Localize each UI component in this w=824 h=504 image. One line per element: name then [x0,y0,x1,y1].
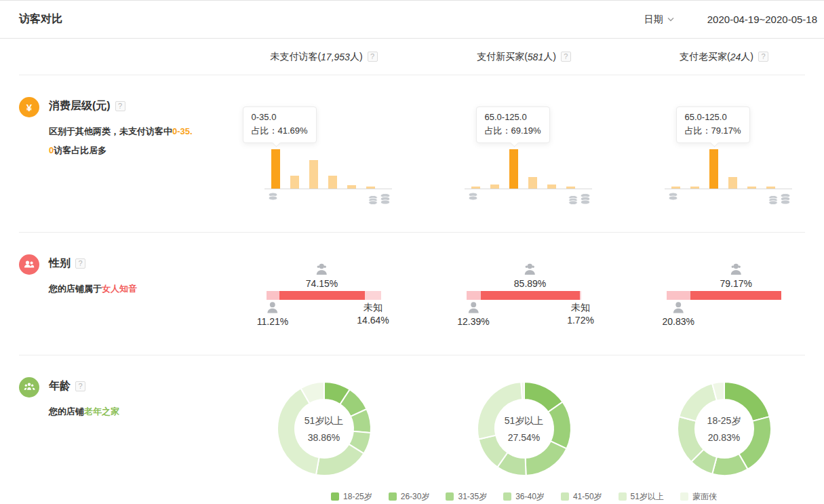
help-icon[interactable]: ? [561,52,571,62]
female-icon [728,262,744,277]
help-icon[interactable]: ? [75,381,85,391]
date-filter-label: 日期 [644,14,663,26]
chart-tooltip: 65.0-125.0 占比：69.19% [476,106,550,143]
yen-icon: ¥ [19,97,39,117]
help-icon[interactable]: ? [75,258,85,269]
gender-bar-female[interactable] [481,291,580,300]
male-stat: 12.39% [457,301,489,328]
unknown-percent: 14.64% [357,314,389,326]
bar-segment[interactable] [709,149,718,189]
gender-bar-unknown[interactable] [365,291,382,300]
column-header-unpaid: 未支付访客(17,953人) ? [224,39,424,75]
female-percent: 85.89% [514,277,546,290]
row-gender: 性别 ? 您的店铺属于女人知音 74.15% [0,233,824,355]
consumption-label-cell: ¥ 消费层级(元) ? 区别于其他两类，未支付访客中0-35.0访客占比居多 [0,75,224,232]
legend-item[interactable]: 36-40岁 [503,491,545,503]
age-highlight: 老年之家 [84,406,119,416]
legend-swatch [331,492,339,501]
legend-swatch [503,492,511,501]
legend-item[interactable]: 51岁以上 [619,491,664,503]
bar-segment[interactable] [309,160,318,189]
bar-segment[interactable] [290,176,299,189]
chevron-down-icon [667,17,675,22]
legend-item[interactable]: 41-50岁 [561,491,602,503]
gender-bar-female[interactable] [690,291,782,300]
legend-item[interactable]: 蒙面侠 [680,491,717,503]
unknown-stat: 未知 1.72% [567,301,594,326]
male-stat: 20.83% [662,301,694,328]
bar-segment[interactable] [728,177,737,189]
legend-item[interactable]: 18-25岁 [331,491,372,503]
bar-segment[interactable] [528,177,537,189]
female-stat: 79.17% [720,262,751,290]
bar-segment[interactable] [509,149,518,189]
gender-bar [667,291,782,300]
female-percent: 74.15% [306,277,338,290]
unknown-label: 未知 [364,301,382,313]
male-stat: 11.21% [257,301,288,328]
help-icon[interactable]: ? [368,52,378,62]
female-stat: 85.89% [514,262,546,290]
gender-bar [467,291,582,300]
unknown-percent: 1.72% [567,314,594,326]
legend-label: 18-25岁 [343,491,372,503]
legend-item[interactable]: 31-35岁 [446,491,487,503]
visitor-compare-page: 访客对比 日期 2020-04-19~2020-05-18 未支付访客(17,9… [0,0,824,504]
age-donut-unpaid: 51岁以上 38.86% [275,380,373,478]
male-icon [265,301,280,315]
legend-swatch [561,492,569,501]
gender-highlight: 女人知音 [102,284,137,294]
coin-low-icon [667,192,679,201]
bars [671,147,776,189]
bars [471,147,576,189]
date-range-value[interactable]: 2020-04-19~2020-05-18 [707,14,817,25]
consumption-chart-unpaid: 0-35.0 占比：41.69% [256,75,392,232]
unknown-label: 未知 [571,301,590,313]
male-icon [466,301,481,315]
legend-item[interactable]: 26-30岁 [389,491,430,503]
chart-tooltip: 0-35.0 占比：41.69% [243,106,317,143]
gender-bar-male[interactable] [467,291,481,300]
donut-center-label: 51岁以上 27.54% [475,380,573,478]
gender-chart-old-buyers: 79.17% 20.83% 未知 [656,233,792,355]
gender-label-cell: 性别 ? 您的店铺属于女人知音 [0,233,224,355]
page-title: 访客对比 [19,12,62,26]
gender-bar-male[interactable] [667,291,690,300]
consumption-chart-old-buyers: 65.0-125.0 占比：79.17% [656,75,792,232]
consumption-description: 区别于其他两类，未支付访客中0-35.0访客占比居多 [49,122,193,160]
bar-segment[interactable] [271,149,280,189]
male-icon [671,301,686,315]
legend-label: 51岁以上 [631,491,664,503]
age-title: 年龄 [49,379,71,393]
page-header: 访客对比 日期 2020-04-19~2020-05-18 [0,0,824,39]
gender-bar [267,291,382,300]
gender-bar-male[interactable] [267,291,279,300]
help-icon[interactable]: ? [115,101,125,111]
legend-swatch [680,492,688,501]
donut-center-label: 51岁以上 38.86% [275,380,373,478]
gender-description: 您的店铺属于女人知音 [49,279,193,298]
chart-tooltip: 65.0-125.0 占比：79.17% [676,106,750,143]
gender-bar-unknown[interactable] [580,291,582,300]
male-percent: 12.39% [457,315,489,328]
date-filter: 日期 2020-04-19~2020-05-18 [644,14,817,26]
legend-label: 26-30岁 [401,491,430,503]
bars [271,147,376,189]
donut-center-label: 18-25岁 20.83% [675,380,773,478]
male-percent: 20.83% [662,315,694,328]
legend-label: 蒙面侠 [692,491,717,503]
column-header-old-buyers: 支付老买家(24人) ? [624,39,824,75]
help-icon[interactable]: ? [758,52,768,62]
date-filter-dropdown[interactable]: 日期 [644,14,675,26]
legend-label: 31-35岁 [458,491,487,503]
gender-bar-female[interactable] [279,291,365,300]
bar-segment[interactable] [328,176,337,189]
legend-swatch [446,492,454,501]
coin-scale [467,192,592,206]
age-legend: 18-25岁26-30岁31-35岁36-40岁41-50岁51岁以上蒙面侠 [224,490,824,504]
female-percent: 79.17% [720,277,751,290]
tooltip-arrow [272,138,281,147]
coin-scale [667,192,792,206]
axis-line [264,189,392,189]
coin-high-icon [566,192,592,206]
